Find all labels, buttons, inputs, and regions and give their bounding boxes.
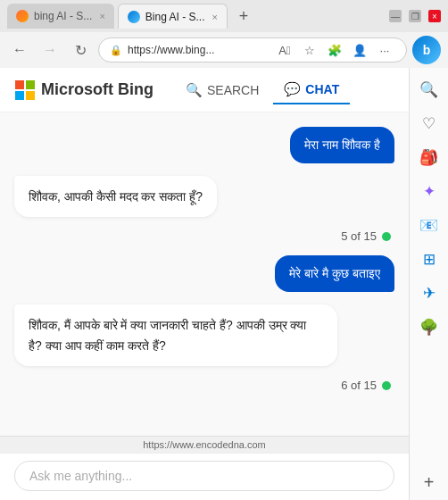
refresh-button[interactable]: ↻ <box>68 38 93 62</box>
message-counter-5: 6 of 15 <box>14 379 394 392</box>
microsoft-logo <box>14 79 36 101</box>
close-button[interactable]: × <box>428 10 441 22</box>
bing-b-icon: b <box>423 43 431 57</box>
tab2-label: Bing AI - S... <box>145 11 205 23</box>
sidebar-apps-icon[interactable]: ⊞ <box>415 245 444 273</box>
bot-message-4: शौिवक, मैं आपके बारे में क्या जानकारी चा… <box>14 304 394 366</box>
profile-icon[interactable]: 👤 <box>349 39 370 61</box>
chat-nav-icon: 💬 <box>284 81 301 97</box>
chat-nav-label: CHAT <box>305 82 339 96</box>
lock-icon: 🔒 <box>110 45 122 56</box>
bot-message-1: शौिवक, आपकी कैसी मदद कर सकता हूँ? <box>14 176 394 217</box>
sidebar-add-button[interactable]: + <box>424 472 435 493</box>
extensions-icon[interactable]: 🧩 <box>324 39 345 61</box>
tab1-label: bing AI - S... <box>34 10 92 22</box>
counter-dot-2 <box>382 232 391 241</box>
search-nav-icon: 🔍 <box>186 82 203 98</box>
status-bar: https://www.encodedna.com <box>0 436 409 453</box>
svg-rect-2 <box>15 91 24 100</box>
bing-sidebar-button[interactable]: b <box>412 36 441 64</box>
bing-nav-bar: Microsoft Bing 🔍 SEARCH 💬 CHAT <box>0 68 409 112</box>
maximize-button[interactable]: ❐ <box>409 10 421 22</box>
sidebar-collections-icon[interactable]: 🎒 <box>415 143 444 171</box>
input-placeholder: Ask me anything... <box>29 469 379 483</box>
tab-1[interactable]: bing AI - S... × <box>7 4 114 29</box>
main-content: Microsoft Bing 🔍 SEARCH 💬 CHAT मेरा नाम … <box>0 68 409 500</box>
user-bubble-0: मेरा नाम शौिवक है <box>290 127 394 163</box>
tab-2[interactable]: Bing AI - S... × <box>118 4 228 29</box>
read-aloud-icon[interactable]: Aͣ <box>274 39 295 61</box>
bot-bubble-1: शौिवक, आपकी कैसी मदद कर सकता हूँ? <box>14 176 217 217</box>
favorites-icon[interactable]: ☆ <box>299 39 320 61</box>
status-url: https://www.encodedna.com <box>143 439 266 450</box>
counter-text-2: 5 of 15 <box>341 229 377 243</box>
input-area: Ask me anything... <box>0 453 409 500</box>
address-bar: ← → ↻ 🔒 https://www.bing... Aͣ ☆ 🧩 👤 ···… <box>0 32 448 68</box>
sidebar-favorites-icon[interactable]: ♡ <box>415 109 444 138</box>
new-tab-button[interactable]: + <box>231 4 256 29</box>
nav-links: 🔍 SEARCH 💬 CHAT <box>175 76 350 104</box>
minimize-button[interactable]: — <box>389 10 402 22</box>
search-nav-link[interactable]: 🔍 SEARCH <box>175 76 270 104</box>
message-counter-2: 5 of 15 <box>14 229 394 243</box>
svg-rect-3 <box>26 91 35 100</box>
address-text: https://www.bing... <box>128 44 214 56</box>
tab2-favicon <box>128 11 140 23</box>
user-message-3: मेरे बारे मै कुछ बताइए <box>14 255 394 292</box>
tab1-favicon <box>16 10 29 22</box>
bing-logo: Microsoft Bing <box>14 79 153 101</box>
tab-bar: bing AI - S... × Bing AI - S... × + — ❐ … <box>0 0 448 32</box>
back-button[interactable]: ← <box>7 38 32 62</box>
svg-rect-1 <box>26 80 35 89</box>
bot-bubble-4: शौिवक, मैं आपके बारे में क्या जानकारी चा… <box>14 304 337 366</box>
forward-button[interactable]: → <box>37 38 62 62</box>
sidebar-outlook-icon[interactable]: 📧 <box>415 211 444 239</box>
bing-logo-text: Microsoft Bing <box>41 80 153 99</box>
tab1-close[interactable]: × <box>99 11 104 21</box>
sidebar-copilot-icon[interactable]: ✦ <box>415 177 444 205</box>
browser-window: bing AI - S... × Bing AI - S... × + — ❐ … <box>0 0 448 68</box>
chat-nav-link[interactable]: 💬 CHAT <box>273 76 350 104</box>
counter-dot-5 <box>382 381 391 390</box>
user-bubble-3: मेरे बारे मै कुछ बताइए <box>275 255 394 292</box>
more-icon[interactable]: ··· <box>374 39 395 61</box>
chat-area: मेरा नाम शौिवक हैशौिवक, आपकी कैसी मदद कर… <box>0 112 409 436</box>
sidebar-tree-icon[interactable]: 🌳 <box>415 312 444 341</box>
counter-text-5: 6 of 15 <box>341 379 377 392</box>
address-icons: Aͣ ☆ 🧩 👤 ··· <box>274 39 395 61</box>
search-nav-label: SEARCH <box>207 83 259 97</box>
input-box[interactable]: Ask me anything... <box>14 461 394 491</box>
user-message-0: मेरा नाम शौिवक है <box>14 127 394 163</box>
tab2-close[interactable]: × <box>212 12 218 22</box>
address-input[interactable]: 🔒 https://www.bing... Aͣ ☆ 🧩 👤 ··· <box>98 38 407 62</box>
sidebar-search-icon[interactable]: 🔍 <box>415 75 444 104</box>
svg-rect-0 <box>15 80 24 89</box>
sidebar-telegram-icon[interactable]: ✈ <box>415 279 444 307</box>
window-controls: — ❐ × <box>389 10 441 22</box>
sidebar: 🔍 ♡ 🎒 ✦ 📧 ⊞ ✈ 🌳 + <box>409 68 448 500</box>
